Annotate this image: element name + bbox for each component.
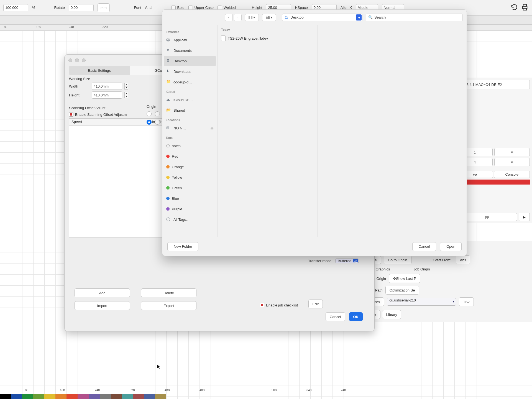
warning-bar [457,180,530,185]
view-grid-button[interactable]: ▾ [262,14,276,21]
export-button[interactable]: Export [141,301,196,310]
height-label: Height [252,6,262,10]
file-item[interactable]: TS2-20W Engraver.lbdev [221,34,314,42]
sidebar-item-desktop[interactable]: 🖥Desktop [164,56,216,66]
ruler-tick: 240 [95,388,100,392]
swatch[interactable] [100,394,111,399]
height-field[interactable]: 410.0mm [92,91,122,99]
go-origin-button[interactable]: Go to Origin [384,255,411,264]
tab-console[interactable]: Console [494,171,530,178]
show-last-button[interactable]: ✛ Show Last P [389,274,420,283]
tag-dot [166,144,170,147]
sidebar-item-disk[interactable]: ⊟NO N…⏏ [164,123,216,133]
chooser-sidebar: Favorites ⒶApplicati… 🗎Documents 🖥Deskto… [162,25,218,237]
sidebar-item-applications[interactable]: ⒶApplicati… [164,35,216,45]
origin-tl[interactable] [147,111,152,116]
swatch[interactable] [0,394,11,399]
sidebar-item-shared[interactable]: 📂Shared [164,105,216,116]
tag-orange[interactable]: Orange [164,162,216,172]
origin-br[interactable] [155,120,160,125]
print-icon[interactable] [521,3,529,12]
swatch[interactable] [22,394,33,399]
swatch[interactable] [111,394,122,399]
tag-green[interactable]: Green [164,183,216,193]
select-arrows: ▴▾ [353,259,358,262]
edit-button[interactable]: Edit [308,300,323,308]
sidebar-item-icloud-drive[interactable]: ☁iCloud Dri… [164,94,216,105]
swatch[interactable] [55,394,66,399]
tab-library[interactable]: Library [382,310,401,319]
play-button[interactable]: ▶ [519,213,530,221]
swatch[interactable] [33,394,44,399]
sidebar-item-folder[interactable]: 📁codeup-d… [164,77,216,87]
tab-basic-settings[interactable]: Basic Settings [69,66,130,75]
color-swatches[interactable] [0,394,532,399]
swatch[interactable] [144,394,155,399]
tag-yellow[interactable]: Yellow [164,172,216,183]
width-field[interactable]: 410.0mm [92,83,122,90]
all-tags[interactable]: ◯All Tags… [164,214,216,225]
nav-buttons: ‹ › [225,14,242,21]
tag-dot [166,155,170,158]
svg-rect-6 [266,16,267,17]
origin-bl[interactable] [147,120,152,125]
tag-purple[interactable]: Purple [164,204,216,214]
optimization-button[interactable]: Optimization Se [385,286,419,295]
rotate-field[interactable]: 0.00 [69,4,94,11]
upper-label: Upper Case [195,6,214,10]
device-name-button[interactable]: TS2 [459,297,474,306]
swatch[interactable] [155,394,166,399]
mm-label[interactable]: mm [98,3,110,12]
start-from-value[interactable]: Abs [456,255,470,264]
delete-button[interactable]: Delete [141,288,196,297]
tag-blue[interactable]: Blue [164,193,216,204]
tag-dot [166,165,170,168]
swatch[interactable] [66,394,78,399]
location-dropdown[interactable]: 🗂 Desktop ▴▾ [282,14,362,21]
window-controls[interactable] [68,58,86,62]
sidebar-item-downloads[interactable]: ⬇Downloads [164,66,216,77]
favorites-header: Favorites [166,30,214,34]
btn-m2[interactable]: M [494,158,530,166]
open-button[interactable]: Open [440,242,462,251]
width-stepper[interactable]: ▴▾ [124,83,128,89]
close-dot[interactable] [68,58,72,62]
btn-m1[interactable]: M [494,148,530,156]
swatch[interactable] [122,394,133,399]
cancel-button[interactable]: Cancel [412,242,436,251]
label: 4 [474,160,476,164]
search-field[interactable]: 🔍 Search [366,14,463,21]
cancel-button[interactable]: Cancel [326,312,345,321]
tags-header: Tags [166,136,214,139]
sidebar-item-documents[interactable]: 🗎Documents [164,45,216,56]
add-button[interactable]: Add [75,288,130,297]
swatch[interactable] [133,394,144,399]
tag-red[interactable]: Red [164,151,216,162]
all-tags-icon: ◯ [166,217,171,222]
job-origin-label: Job Origin [393,267,432,271]
swatch[interactable] [11,394,22,399]
job-checklist-checkbox[interactable]: Enable job checklist [260,303,298,307]
swatch[interactable] [78,394,89,399]
nav-forward-button[interactable]: › [234,14,242,21]
swatch[interactable] [89,394,100,399]
hspace-value: 0.00 [314,6,321,10]
ruler-tick: 400 [165,388,170,392]
refresh-icon[interactable] [510,3,518,12]
height-stepper[interactable]: ▴▾ [124,92,128,98]
tag-notes[interactable]: notes [164,140,216,151]
swatch[interactable] [44,394,55,399]
import-button[interactable]: Import [75,301,130,310]
port-select[interactable]: cu.usbserial-210 [387,298,456,306]
zoom-dot[interactable] [82,58,86,62]
scale-field[interactable]: 100.000 [3,4,28,11]
min-dot[interactable] [75,58,79,62]
ok-button[interactable]: OK [349,312,363,321]
view-columns-button[interactable]: ▾ [245,14,259,21]
origin-tr[interactable] [155,111,160,116]
nav-back-button[interactable]: ‹ [225,14,233,21]
label: NO N… [173,126,186,130]
new-folder-button[interactable]: New Folder [167,242,198,251]
eject-icon[interactable]: ⏏ [210,126,214,130]
svg-rect-4 [250,16,251,19]
